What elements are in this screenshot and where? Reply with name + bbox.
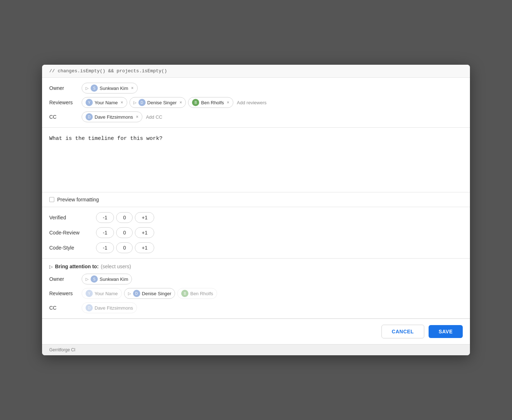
attention-header: ▷ Bring attention to: (select users) [49,264,463,269]
reviewer-chip-ben[interactable]: B Ben Rholfs × [188,97,233,108]
avatar: S [91,275,98,283]
code-line: // changes.isEmpty() && projects.isEmpty… [49,68,167,74]
reviewers-label: Reviewers [49,100,82,105]
score-label: Verified [49,215,96,220]
reviewer-chip-name: Ben Rholfs [201,100,224,105]
attention-reviewers-row: Reviewers Y Your Name ▷ D Denise Singer … [49,288,463,299]
scores-section: Verified -1 0 +1 Code-Review -1 0 +1 Cod… [42,207,470,259]
reviewer-chip-name: Denise Singer [147,100,177,105]
owner-chips: ▷ S Sunkwan Kim × [82,83,138,93]
avatar: Y [86,290,93,297]
score-buttons: -1 0 +1 [96,212,154,223]
attention-reviewer-chip-denise[interactable]: ▷ D Denise Singer [124,288,175,299]
reviewers-chips: Y Your Name × ▷ D Denise Singer × B Ben … [82,97,268,108]
score-btn-plus1[interactable]: +1 [135,242,154,253]
close-icon[interactable]: × [179,100,182,105]
cc-chips: D Dave Fitzsimmons × Add CC [82,111,164,122]
attention-cc-row: CC D Dave Fitzsimmons [49,302,463,313]
avatar: D [86,304,93,311]
score-row-codereview: Code-Review -1 0 +1 [49,227,463,238]
review-dialog: // changes.isEmpty() && projects.isEmpty… [42,65,470,355]
attention-arrow-icon: ▷ [49,264,53,269]
score-btn-plus1[interactable]: +1 [135,227,154,238]
close-icon[interactable]: × [136,115,138,119]
attention-chip-name: Denise Singer [142,291,172,296]
avatar: D [133,290,140,297]
attention-chip-name: Your Name [95,291,118,296]
close-icon[interactable]: × [121,100,123,105]
close-icon[interactable]: × [227,100,229,105]
score-btn-zero[interactable]: 0 [116,242,133,253]
attention-reviewers-label: Reviewers [49,291,82,296]
owner-row: Owner ▷ S Sunkwan Kim × [49,83,463,93]
avatar: B [192,99,199,106]
attention-cc-label: CC [49,305,82,311]
close-icon[interactable]: × [131,86,133,90]
bottom-bar-text: Gerritforge CI [49,347,76,352]
score-btn-minus1[interactable]: -1 [96,227,114,238]
arrow-icon: ▷ [128,291,131,296]
avatar: Y [86,99,93,106]
add-cc-link[interactable]: Add CC [145,114,164,120]
attention-section: ▷ Bring attention to: (select users) Own… [42,259,470,319]
score-row-verified: Verified -1 0 +1 [49,212,463,223]
save-button[interactable]: SAVE [429,325,463,338]
attention-reviewer-chip-ben[interactable]: B Ben Rholfs [177,288,217,299]
score-btn-zero[interactable]: 0 [116,212,133,223]
avatar: B [181,290,188,297]
score-btn-minus1[interactable]: -1 [96,212,114,223]
cancel-button[interactable]: CANCEL [381,325,424,338]
score-row-codestyle: Code-Style -1 0 +1 [49,242,463,253]
cc-row: CC D Dave Fitzsimmons × Add CC [49,111,463,122]
reviewer-chip-yourname[interactable]: Y Your Name × [82,97,127,108]
message-section: What is the timeline for this work? [42,128,470,192]
add-reviewers-link[interactable]: Add reviewers [236,99,268,106]
message-text[interactable]: What is the timeline for this work? [49,135,463,143]
cc-chip-dave[interactable]: D Dave Fitzsimmons × [82,111,142,122]
bottom-bar: Gerritforge CI [42,344,470,355]
code-header: // changes.isEmpty() && projects.isEmpty… [42,65,470,78]
attention-cc-chips: D Dave Fitzsimmons [82,302,137,313]
score-buttons: -1 0 +1 [96,242,154,253]
attention-title: Bring attention to: [55,264,99,269]
attention-select-text[interactable]: (select users) [101,264,131,269]
reviewers-row: Reviewers Y Your Name × ▷ D Denise Singe… [49,97,463,108]
avatar: S [91,85,98,92]
attention-chip-name: Sunkwan Kim [100,277,128,282]
avatar: D [138,99,146,106]
score-btn-zero[interactable]: 0 [116,227,133,238]
arrow-icon: ▷ [86,277,88,282]
reviewer-chip-name: Your Name [95,100,118,105]
attention-cc-chip-dave[interactable]: D Dave Fitzsimmons [82,302,137,313]
score-btn-minus1[interactable]: -1 [96,242,114,253]
owner-chip-name: Sunkwan Kim [100,86,128,91]
footer-section: CANCEL SAVE [42,319,470,344]
score-buttons: -1 0 +1 [96,227,154,238]
attention-owner-row: Owner ▷ S Sunkwan Kim [49,274,463,284]
attention-reviewer-chip-yourname[interactable]: Y Your Name [82,288,122,299]
attention-owner-label: Owner [49,276,82,282]
avatar: D [86,113,93,120]
preview-label[interactable]: Preview formatting [57,197,99,202]
score-label: Code-Review [49,230,96,236]
preview-section: Preview formatting [42,192,470,207]
attention-chip-name: Dave Fitzsimmons [95,305,133,311]
attention-owner-chips: ▷ S Sunkwan Kim [82,274,132,284]
reviewer-chip-denise[interactable]: ▷ D Denise Singer × [129,97,186,108]
cc-chip-name: Dave Fitzsimmons [95,114,133,120]
preview-checkbox[interactable] [49,197,54,202]
arrow-icon: ▷ [133,100,136,105]
attention-chip-name: Ben Rholfs [190,291,213,296]
cc-label: CC [49,114,82,120]
score-label: Code-Style [49,245,96,251]
arrow-icon: ▷ [86,86,88,91]
attention-owner-chip-sunkwan[interactable]: ▷ S Sunkwan Kim [82,274,132,284]
people-section: Owner ▷ S Sunkwan Kim × Reviewers Y Your… [42,78,470,128]
attention-reviewers-chips: Y Your Name ▷ D Denise Singer B Ben Rhol… [82,288,217,299]
owner-label: Owner [49,85,82,91]
owner-chip-sunkwan[interactable]: ▷ S Sunkwan Kim × [82,83,138,93]
score-btn-plus1[interactable]: +1 [135,212,154,223]
